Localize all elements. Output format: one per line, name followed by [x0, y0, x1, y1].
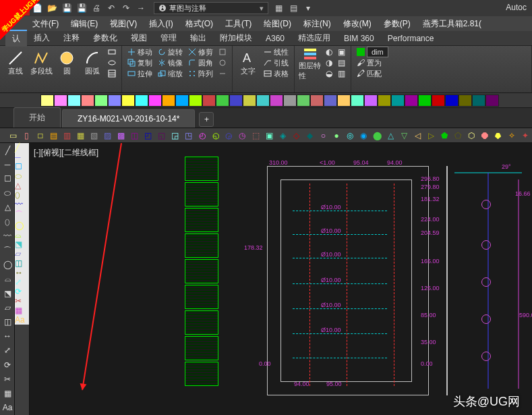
hatch-button[interactable] [107, 69, 117, 79]
mirror-button[interactable]: 镜像 [156, 58, 184, 68]
strip-icon[interactable] [256, 94, 270, 107]
stretch-button[interactable]: 拉伸 [126, 69, 154, 79]
menu-modify[interactable]: 修改(M) [338, 17, 377, 31]
modify-extra2-icon[interactable] [217, 58, 228, 68]
match-props-button[interactable]: 🖍 匹配 [355, 69, 390, 79]
ribbon-tab-perf[interactable]: Performance [381, 32, 441, 45]
save-icon[interactable]: 💾 [59, 2, 74, 14]
vtoolbar-icon[interactable]: ◫ [15, 258, 29, 268]
toolbar-icon[interactable]: □ [34, 130, 47, 142]
vtoolbar-icon[interactable]: ▦ [1, 387, 14, 399]
toolbar-icon[interactable]: ⬡ [465, 130, 478, 142]
strip-icon[interactable] [405, 94, 418, 107]
toolbar-icon[interactable]: ◵ [209, 130, 223, 142]
vtoolbar-icon[interactable]: ⟳ [15, 287, 29, 296]
workspace-selector[interactable]: 草图与注释 ▾ [154, 2, 268, 14]
strip-icon[interactable] [202, 94, 216, 107]
arc-button[interactable]: 圆弧 [81, 50, 104, 76]
strip-icon[interactable] [472, 94, 485, 107]
strip-icon[interactable] [162, 94, 175, 107]
toolbar-icon[interactable]: ◱ [155, 130, 169, 142]
ribbon-tab-view[interactable]: 视图 [124, 30, 154, 46]
strip-icon[interactable] [121, 94, 135, 107]
vtoolbar-icon[interactable]: ⬭ [15, 171, 29, 181]
doctab-start[interactable]: 开始 [13, 107, 61, 128]
ribbon-tab-output[interactable]: 输出 [183, 30, 213, 46]
table-button[interactable]: 表格 [262, 69, 290, 79]
toolbar-icon[interactable]: ● [330, 130, 343, 142]
toolbar-icon[interactable]: ◆ [303, 130, 316, 142]
circle-button[interactable]: 圆 [55, 50, 78, 76]
toolbar-icon[interactable]: ⬚ [249, 130, 262, 142]
toolbar-icon[interactable]: ◰ [142, 130, 155, 142]
vtoolbar-icon[interactable]: ─ [15, 153, 29, 162]
strip-icon[interactable] [54, 94, 67, 107]
text-button[interactable]: A文字 [237, 50, 260, 76]
linear-dim-button[interactable]: 线性 [262, 47, 290, 57]
menu-params[interactable]: 参数(P) [378, 17, 416, 31]
print-icon[interactable]: 🖨 [89, 2, 104, 14]
trim-button[interactable]: 修剪 [187, 47, 214, 57]
strip-icon[interactable] [297, 94, 310, 107]
vtoolbar-icon[interactable]: ↔ [15, 268, 29, 277]
strip-icon[interactable] [81, 94, 94, 107]
toolbar-icon[interactable]: ▦ [74, 130, 88, 142]
vtoolbar-icon[interactable]: ▦ [15, 306, 29, 315]
strip-icon[interactable] [243, 94, 256, 107]
strip-icon[interactable] [270, 94, 283, 107]
drawing-canvas[interactable]: [-][俯视][二维线框] Ø10.00Ø10.00Ø10.00Ø10.00Ø1… [30, 143, 532, 415]
strip-icon[interactable] [324, 94, 337, 107]
vtoolbar-icon[interactable]: ✂ [1, 372, 14, 385]
ribbon-tab-featured[interactable]: 精选应用 [291, 30, 337, 46]
vtoolbar-icon[interactable]: ⬔ [1, 287, 14, 300]
layer-extra3-icon[interactable]: ◒ [324, 69, 334, 79]
toolbar-icon[interactable]: ⬠ [451, 130, 465, 142]
vtoolbar-icon[interactable]: △ [15, 181, 29, 190]
menu-insert[interactable]: 插入(I) [144, 17, 178, 31]
scale-button[interactable]: 缩放 [156, 69, 184, 79]
toolbar-icon[interactable]: ▥ [61, 130, 74, 142]
array-button[interactable]: 阵列 [187, 69, 214, 79]
strip-icon[interactable] [40, 94, 54, 107]
menu-yanxiu[interactable]: 燕秀工具箱2.81( [417, 17, 487, 31]
toolbar-icon[interactable]: ○ [316, 130, 330, 142]
ellipse-button[interactable] [107, 58, 117, 68]
vtoolbar-icon[interactable]: ⌓ [1, 273, 14, 285]
save-as-icon[interactable]: 💾 [74, 2, 89, 14]
forward-icon[interactable]: → [134, 2, 148, 14]
layer-extra1-icon[interactable]: ◐ [324, 47, 334, 57]
toolbar-icon[interactable]: ⯃ [478, 130, 492, 142]
toolbar-icon[interactable]: ▨ [101, 130, 115, 142]
vtoolbar-icon[interactable]: △ [1, 201, 14, 214]
toolbar-icon[interactable]: ✦ [519, 130, 532, 142]
vtoolbar-icon[interactable]: ⬯ [1, 215, 14, 228]
vtoolbar-icon[interactable]: ☐ [1, 172, 14, 185]
strip-icon[interactable] [337, 94, 351, 107]
vtoolbar-icon[interactable]: Aa [15, 315, 29, 325]
vtoolbar-icon[interactable]: ✂ [15, 296, 29, 306]
strip-icon[interactable] [391, 94, 405, 107]
toolbar-icon[interactable]: ◉ [357, 130, 370, 142]
vtoolbar-icon[interactable]: ↔ [1, 330, 14, 343]
strip-icon[interactable] [229, 94, 243, 107]
strip-icon[interactable] [67, 94, 81, 107]
strip-icon[interactable] [283, 94, 297, 107]
strip-icon[interactable] [418, 94, 432, 107]
strip-icon[interactable] [94, 94, 108, 107]
toolbar-icon[interactable]: ◁ [411, 130, 424, 142]
toolbar-icon[interactable]: ▣ [262, 130, 276, 142]
vtoolbar-icon[interactable]: ◫ [1, 315, 14, 328]
toolbar-icon[interactable]: ◷ [235, 130, 249, 142]
vtoolbar-icon[interactable]: ⤢ [15, 277, 29, 287]
layer-extra5-icon[interactable]: ▤ [336, 58, 347, 68]
qat-extra2-icon[interactable]: ▤ [286, 2, 301, 14]
layer-extra2-icon[interactable]: ◑ [324, 58, 334, 68]
toolbar-icon[interactable]: ◇ [289, 130, 303, 142]
copy-button[interactable]: 复制 [126, 58, 154, 68]
vtoolbar-icon[interactable]: ⬭ [1, 187, 14, 200]
strip-icon[interactable] [485, 94, 499, 107]
strip-icon[interactable] [135, 94, 148, 107]
menu-dim[interactable]: 标注(N) [298, 17, 336, 31]
vtoolbar-icon[interactable]: ▱ [15, 249, 29, 258]
vtoolbar-icon[interactable]: ─ [1, 158, 14, 171]
